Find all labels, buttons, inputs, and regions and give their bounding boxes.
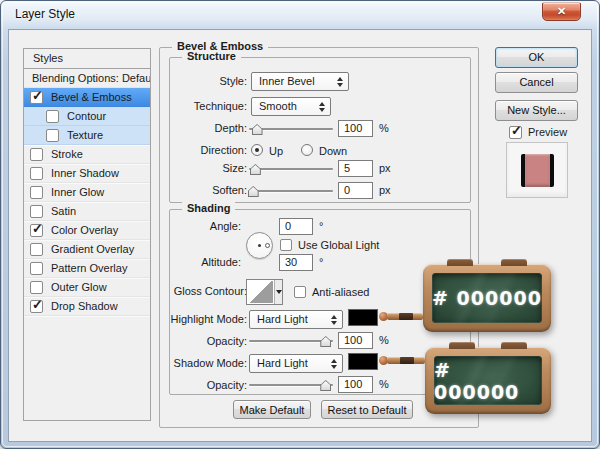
check-icon: ✓ xyxy=(511,123,522,138)
size-label: Size: xyxy=(147,160,247,177)
use-global-light-checkbox[interactable] xyxy=(280,239,292,251)
brush-band xyxy=(399,313,413,320)
ok-button[interactable]: OK xyxy=(495,47,578,68)
highlight-color-swatch[interactable] xyxy=(348,309,378,326)
check-icon: ✓ xyxy=(32,88,43,103)
sidebar-item-pattern-overlay[interactable]: Pattern Overlay xyxy=(24,259,150,278)
brush-pointer xyxy=(379,356,425,365)
board-mount-tab xyxy=(449,342,475,349)
shadow-color-swatch[interactable] xyxy=(348,353,378,370)
style-label: Style: xyxy=(147,73,247,90)
dial-handle-icon[interactable] xyxy=(265,243,270,248)
style-preview-panel xyxy=(506,142,568,198)
checkbox-icon[interactable]: ✓ xyxy=(30,300,43,313)
gloss-contour-thumbnail[interactable] xyxy=(246,279,283,305)
sidebar-item-satin[interactable]: Satin xyxy=(24,202,150,221)
cancel-button[interactable]: Cancel xyxy=(495,72,578,93)
slider-thumb[interactable] xyxy=(320,336,331,347)
dialog-content: Styles Blending Options: Default ✓ Bevel… xyxy=(8,29,592,442)
sidebar-item-bevel-emboss[interactable]: ✓ Bevel & Emboss xyxy=(24,88,150,107)
checkbox-icon[interactable] xyxy=(30,186,43,199)
highlight-mode-dropdown[interactable]: Hard Light xyxy=(249,310,343,329)
checkbox-icon[interactable] xyxy=(30,205,43,218)
close-button[interactable]: ✕ xyxy=(542,2,581,21)
checkbox-icon[interactable] xyxy=(30,281,43,294)
style-preview-swatch xyxy=(521,154,554,187)
depth-slider[interactable] xyxy=(249,123,333,135)
technique-dropdown[interactable]: Smooth xyxy=(251,97,331,116)
soften-slider[interactable] xyxy=(249,185,333,197)
checkbox-icon[interactable] xyxy=(30,262,43,275)
hex-value-text: # 000000 xyxy=(434,359,542,403)
titlebar[interactable]: Layer Style ✕ xyxy=(1,1,599,29)
anti-aliased-checkbox[interactable] xyxy=(294,286,306,298)
sidebar-item-contour[interactable]: Contour xyxy=(24,107,150,126)
sidebar-item-color-overlay[interactable]: ✓ Color Overlay xyxy=(24,221,150,240)
slider-thumb[interactable] xyxy=(248,186,259,197)
slider-thumb[interactable] xyxy=(250,164,261,175)
highlight-opacity-input[interactable]: 100 xyxy=(338,332,373,349)
contour-preview-icon xyxy=(248,281,273,303)
sidebar-item-texture[interactable]: Texture xyxy=(24,126,150,145)
use-global-light-label: Use Global Light xyxy=(298,238,379,253)
sidebar-item-inner-shadow[interactable]: Inner Shadow xyxy=(24,164,150,183)
board-mount-tab xyxy=(501,259,527,266)
checkbox-icon[interactable]: ✓ xyxy=(30,91,43,104)
soften-input[interactable]: 0 xyxy=(338,182,373,199)
style-dropdown[interactable]: Inner Bevel xyxy=(251,72,349,91)
slider-thumb[interactable] xyxy=(320,380,331,391)
reset-to-default-button[interactable]: Reset to Default xyxy=(321,400,413,419)
chalkboard-hex-overlay: # 000000 xyxy=(423,264,551,332)
sidebar-item-outer-glow[interactable]: Outer Glow xyxy=(24,278,150,297)
direction-up-radio[interactable] xyxy=(251,144,263,156)
slider-thumb[interactable] xyxy=(252,124,263,135)
shading-legend: Shading xyxy=(182,202,235,214)
checkbox-icon[interactable] xyxy=(30,167,43,180)
highlight-opacity-label: Opacity: xyxy=(147,333,247,350)
depth-label: Depth: xyxy=(147,120,247,137)
sidebar-item-blending-options[interactable]: Blending Options: Default xyxy=(24,69,150,88)
preview-checkbox[interactable]: ✓ xyxy=(509,126,522,139)
shadow-opacity-slider[interactable] xyxy=(249,379,333,391)
slider-groove xyxy=(249,190,333,192)
style-value: Inner Bevel xyxy=(259,75,315,87)
dropdown-arrow-icon xyxy=(276,290,282,294)
checkbox-icon[interactable] xyxy=(46,110,59,123)
angle-input[interactable]: 0 xyxy=(279,218,313,235)
soften-label: Soften: xyxy=(147,182,247,199)
altitude-unit: ° xyxy=(319,254,323,271)
window-title: Layer Style xyxy=(15,1,75,28)
sidebar-item-inner-glow[interactable]: Inner Glow xyxy=(24,183,150,202)
size-input[interactable]: 5 xyxy=(338,160,373,177)
shadow-mode-dropdown[interactable]: Hard Light xyxy=(249,354,343,373)
angle-dial[interactable] xyxy=(246,232,273,259)
check-icon: ✓ xyxy=(32,221,43,236)
contour-dropdown-button[interactable] xyxy=(274,280,282,304)
chalkboard-hex-overlay: # 000000 xyxy=(425,347,551,414)
size-slider[interactable] xyxy=(249,163,333,175)
layer-style-dialog: Layer Style ✕ Styles Blending Options: D… xyxy=(0,0,600,449)
depth-input[interactable]: 100 xyxy=(338,120,373,137)
altitude-input[interactable]: 30 xyxy=(279,254,313,271)
make-default-button[interactable]: Make Default xyxy=(233,400,311,419)
checkbox-icon[interactable] xyxy=(46,129,59,142)
checkbox-icon[interactable]: ✓ xyxy=(30,224,43,237)
chalkboard-surface: # 000000 xyxy=(434,356,542,405)
technique-label: Technique: xyxy=(147,98,247,115)
dropdown-arrows-icon xyxy=(319,102,325,112)
dropdown-arrows-icon xyxy=(337,77,343,87)
direction-down-radio[interactable] xyxy=(301,144,313,156)
check-icon: ✓ xyxy=(32,297,43,312)
chalkboard-surface: # 000000 xyxy=(432,273,542,323)
checkbox-icon[interactable] xyxy=(30,243,43,256)
sidebar-item-gradient-overlay[interactable]: Gradient Overlay xyxy=(24,240,150,259)
checkbox-icon[interactable] xyxy=(30,148,43,161)
dial-center-icon xyxy=(258,244,261,247)
sidebar-item-drop-shadow[interactable]: ✓ Drop Shadow xyxy=(24,297,150,316)
sidebar-item-stroke[interactable]: Stroke xyxy=(24,145,150,164)
styles-list: Blending Options: Default ✓ Bevel & Embo… xyxy=(23,68,151,421)
shadow-opacity-unit: % xyxy=(379,376,389,393)
shadow-opacity-input[interactable]: 100 xyxy=(338,376,373,393)
new-style-button[interactable]: New Style... xyxy=(495,100,578,121)
highlight-opacity-slider[interactable] xyxy=(249,335,333,347)
